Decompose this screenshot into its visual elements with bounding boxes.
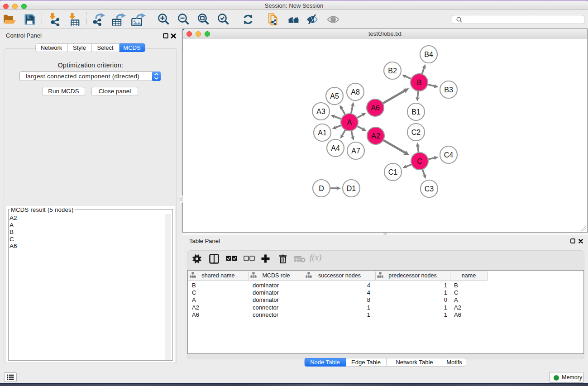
svg-text:B2: B2 xyxy=(388,67,397,75)
svg-text:A: A xyxy=(347,119,352,126)
svg-text:A4: A4 xyxy=(331,144,340,152)
svg-text:A1: A1 xyxy=(318,129,327,137)
svg-text:B3: B3 xyxy=(444,86,453,94)
svg-text:D1: D1 xyxy=(347,185,356,192)
svg-text:A5: A5 xyxy=(330,92,339,100)
svg-text:C: C xyxy=(417,157,422,165)
svg-text:C2: C2 xyxy=(411,129,421,136)
svg-text:A8: A8 xyxy=(351,88,360,96)
svg-text:A7: A7 xyxy=(351,147,360,155)
svg-text:D: D xyxy=(319,185,324,192)
svg-text:C4: C4 xyxy=(444,151,454,159)
svg-text:C1: C1 xyxy=(388,168,398,176)
svg-text:B: B xyxy=(417,79,422,86)
svg-text:C3: C3 xyxy=(425,185,434,193)
svg-text:B4: B4 xyxy=(424,51,433,58)
svg-text:A2: A2 xyxy=(371,132,380,140)
svg-text:A6: A6 xyxy=(371,104,380,112)
svg-text:A3: A3 xyxy=(316,108,325,115)
svg-text:B1: B1 xyxy=(411,108,421,116)
